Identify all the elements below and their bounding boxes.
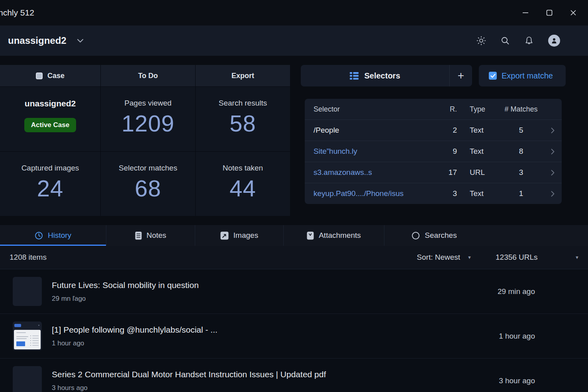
sort-label: Sort: Newest xyxy=(417,253,460,262)
main-content: Case To Do Export unassigned2 Active Cas… xyxy=(0,56,588,392)
selector-r: 17 xyxy=(429,168,457,177)
window-controls xyxy=(518,5,581,20)
case-name: unassigned2 xyxy=(25,99,76,108)
search-icon xyxy=(500,36,510,45)
current-case-name: unassigned2 xyxy=(8,35,67,46)
chevron-right-icon[interactable] xyxy=(543,127,562,133)
searches-icon xyxy=(412,231,420,240)
page-subtime: 1 hour ago xyxy=(52,339,491,347)
page-title[interactable]: Series 2 Commercial Dual Motor Handset I… xyxy=(52,370,491,379)
page-subtime: 3 hours ago xyxy=(52,384,491,392)
minimize-button[interactable] xyxy=(518,5,533,20)
selector-matches-card: Selector matches 68 xyxy=(101,152,195,216)
list-item[interactable]: Future Lives: Social mobility in questio… xyxy=(0,269,588,314)
page-title[interactable]: Future Lives: Social mobility in questio… xyxy=(52,280,490,290)
thumbnail-header-pill xyxy=(14,324,21,327)
sort-dropdown[interactable]: Sort: Newest ▼ xyxy=(417,253,472,262)
close-button[interactable] xyxy=(566,5,581,20)
list-controls: Sort: Newest ▼ 12356 URLs ▼ xyxy=(417,246,588,269)
tab-case[interactable]: Case xyxy=(0,65,100,86)
tab-attachments[interactable]: Attachments xyxy=(284,225,384,246)
export-matches-button[interactable]: Export matche xyxy=(479,65,566,86)
tab-todo-label: To Do xyxy=(138,72,158,80)
tab-notes[interactable]: Notes xyxy=(106,225,195,246)
tab-searches[interactable]: Searches xyxy=(384,225,484,246)
tab-case-label: Case xyxy=(47,72,65,80)
user-icon xyxy=(551,37,558,44)
page-thumbnail xyxy=(13,366,42,392)
dashboard-top-row: Case To Do Export unassigned2 Active Cas… xyxy=(0,65,588,216)
col-type: Type xyxy=(457,105,499,114)
brightness-icon xyxy=(476,36,486,45)
header-icons xyxy=(476,35,560,47)
chevron-right-icon[interactable] xyxy=(543,191,562,197)
table-row[interactable]: s3.amazonaws..s 17 URL 3 xyxy=(305,162,562,183)
account-button[interactable] xyxy=(548,35,560,47)
thumbnail-header-dot xyxy=(38,325,39,326)
selectors-header: Selectors + xyxy=(301,65,472,86)
list-item-body: Future Lives: Social mobility in questio… xyxy=(52,280,490,303)
table-row[interactable]: /People 2 Text 5 xyxy=(305,120,562,141)
selector-value[interactable]: s3.amazonaws..s xyxy=(314,168,429,177)
chevron-right-icon[interactable] xyxy=(543,149,562,155)
tab-images-label: Images xyxy=(233,231,258,240)
notes-taken-card: Notes taken 44 xyxy=(196,152,290,216)
selector-matches: 3 xyxy=(499,168,543,177)
tab-export-label: Export xyxy=(231,72,254,80)
content-tabs: History Notes Images Attachments xyxy=(0,225,588,246)
selector-value[interactable]: Site”hunch.ly xyxy=(314,147,429,156)
selector-r: 9 xyxy=(429,147,457,156)
tab-export[interactable]: Export xyxy=(196,65,290,86)
notes-icon xyxy=(135,231,142,240)
selector-matches-label: Selector matches xyxy=(119,164,177,172)
avatar xyxy=(548,35,560,47)
notes-taken-label: Notes taken xyxy=(223,164,263,172)
selector-value[interactable]: keyup.Pat90..../Phone/isus xyxy=(314,189,429,198)
list-item-body: [1] People following @hunchlylabs/social… xyxy=(52,325,491,347)
minimize-icon xyxy=(521,8,530,17)
chevron-right-icon[interactable] xyxy=(543,170,562,176)
case-switcher[interactable]: unassigned2 xyxy=(8,35,84,46)
tab-todo[interactable]: To Do xyxy=(101,65,195,86)
export-matches-checkbox[interactable] xyxy=(489,72,497,80)
page-title[interactable]: [1] People following @hunchlylabs/social… xyxy=(52,325,491,335)
list-item[interactable]: Series 2 Commercial Dual Motor Handset I… xyxy=(0,359,588,392)
tab-history-label: History xyxy=(48,231,71,240)
search-results-value: 58 xyxy=(229,111,256,136)
table-row[interactable]: keyup.Pat90..../Phone/isus 3 Text 1 xyxy=(305,183,562,204)
list-item[interactable]: [1] People following @hunchlylabs/social… xyxy=(0,314,588,359)
selector-value: /People xyxy=(314,126,429,135)
captured-images-card: Captured images 24 xyxy=(0,152,100,216)
theme-toggle-button[interactable] xyxy=(476,36,486,45)
tab-history[interactable]: History xyxy=(0,225,106,246)
tab-images[interactable]: Images xyxy=(195,225,284,246)
selector-type: Text xyxy=(457,126,499,135)
tabs-filler xyxy=(484,225,588,246)
tab-searches-label: Searches xyxy=(425,231,457,240)
bell-icon xyxy=(524,36,534,45)
close-icon xyxy=(569,8,578,17)
selectors-header-row: Selectors + Export matche xyxy=(301,65,566,86)
window-title: nchly 512 xyxy=(0,8,34,18)
search-button[interactable] xyxy=(500,36,510,45)
export-matches-label: Export matche xyxy=(502,71,553,80)
case-stats-panel: Case To Do Export unassigned2 Active Cas… xyxy=(0,65,290,216)
captured-images-label: Captured images xyxy=(22,164,79,172)
items-count: 1208 items xyxy=(10,253,47,262)
page-subtime: 29 mn ľago xyxy=(52,295,490,303)
selector-type: Text xyxy=(457,147,499,156)
active-case-badge: Active Case xyxy=(24,118,76,132)
notifications-button[interactable] xyxy=(524,36,534,45)
table-row[interactable]: Site”hunch.ly 9 Text 8 xyxy=(305,141,562,162)
page-thumbnail xyxy=(13,277,42,306)
col-r: R. xyxy=(429,105,457,114)
case-checkbox-icon xyxy=(36,73,43,79)
add-selector-button[interactable]: + xyxy=(450,65,472,86)
tab-attachments-label: Attachments xyxy=(319,231,361,240)
list-item-body: Series 2 Commercial Dual Motor Handset I… xyxy=(52,370,491,392)
maximize-button[interactable] xyxy=(542,5,557,20)
selector-matches: 8 xyxy=(499,147,543,156)
page-time: 3 hour ago xyxy=(499,376,535,385)
urls-dropdown[interactable]: 12356 URLs ▼ xyxy=(486,246,588,269)
maximize-icon xyxy=(545,8,554,17)
